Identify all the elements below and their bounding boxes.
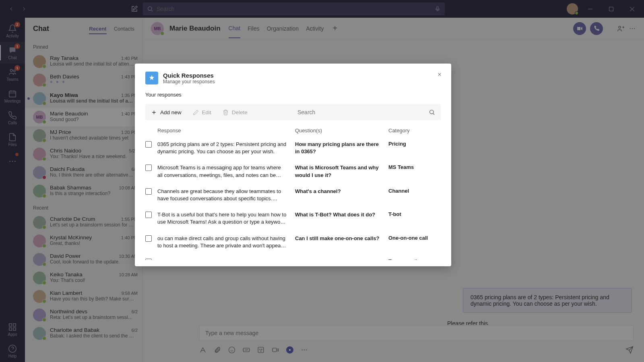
col-response: Response xyxy=(157,128,295,134)
table-row[interactable]: Team meetings are a quick and easy way f… xyxy=(145,255,444,260)
modal-title: Quick Responses xyxy=(163,72,215,79)
col-questions: Question(s) xyxy=(295,128,388,134)
row-category: MS Teams xyxy=(388,164,444,179)
modal-subtitle: Manage your responses xyxy=(163,79,215,84)
responses-toolbar: Add new Edit Delete xyxy=(145,104,441,120)
row-response: Channels are great because they allow te… xyxy=(157,188,295,202)
row-response: T-Bot is a useful bot that's here to hel… xyxy=(157,211,295,226)
edit-button[interactable]: Edit xyxy=(187,104,217,120)
row-category: Channel xyxy=(388,188,444,202)
table-row[interactable]: 0365 pricing plans are of 2 types: Persi… xyxy=(145,138,444,161)
row-response: Team meetings are a quick and easy way f… xyxy=(157,258,295,260)
row-question: What is Microsoft Teams and why would I … xyxy=(295,164,388,179)
row-question: What's a channel? xyxy=(295,188,388,202)
table-row[interactable]: T-Bot is a useful bot that's here to hel… xyxy=(145,208,444,231)
svg-line-40 xyxy=(433,113,434,115)
row-question: What is T-Bot? What does it do? xyxy=(295,211,388,226)
row-category: T-bot xyxy=(388,211,444,226)
row-checkbox[interactable] xyxy=(145,165,152,171)
table-row[interactable]: ou can make direct calls and group calls… xyxy=(145,232,444,255)
row-response: Microsoft Teams is a messaging app for t… xyxy=(157,164,295,179)
table-row[interactable]: Channels are great because they allow te… xyxy=(145,185,444,208)
row-question: Can I still make one-on-one calls? xyxy=(295,235,388,249)
your-responses-label: Your responses xyxy=(135,88,451,99)
row-response: ou can make direct calls and group calls… xyxy=(157,235,295,249)
search-icon[interactable] xyxy=(429,109,435,115)
quick-responses-modal: Quick Responses Manage your responses Yo… xyxy=(135,64,451,266)
row-checkbox[interactable] xyxy=(145,141,152,148)
row-category: One-on-one call xyxy=(388,235,444,249)
responses-search-input[interactable] xyxy=(297,109,429,115)
quick-responses-app-icon xyxy=(145,72,158,84)
col-category: Category xyxy=(388,128,441,134)
add-new-button[interactable]: Add new xyxy=(145,104,187,120)
table-header: Response Question(s) Category xyxy=(135,120,451,138)
row-checkbox[interactable] xyxy=(145,188,152,195)
row-question: How many pricing plans are there in 0365… xyxy=(295,141,388,155)
delete-button[interactable]: Delete xyxy=(217,104,253,120)
table-body: 0365 pricing plans are of 2 types: Persi… xyxy=(135,138,451,260)
table-row[interactable]: Microsoft Teams is a messaging app for t… xyxy=(145,161,444,184)
row-checkbox[interactable] xyxy=(145,235,152,242)
svg-point-39 xyxy=(430,110,433,114)
row-category: Team meeting xyxy=(388,258,444,260)
row-checkbox[interactable] xyxy=(145,212,152,218)
row-category: Pricing xyxy=(388,141,444,155)
row-checkbox[interactable] xyxy=(145,259,152,260)
row-question: What are team meetings? xyxy=(295,258,388,260)
row-response: 0365 pricing plans are of 2 types: Persi… xyxy=(157,141,295,155)
modal-close-button[interactable] xyxy=(435,70,444,79)
